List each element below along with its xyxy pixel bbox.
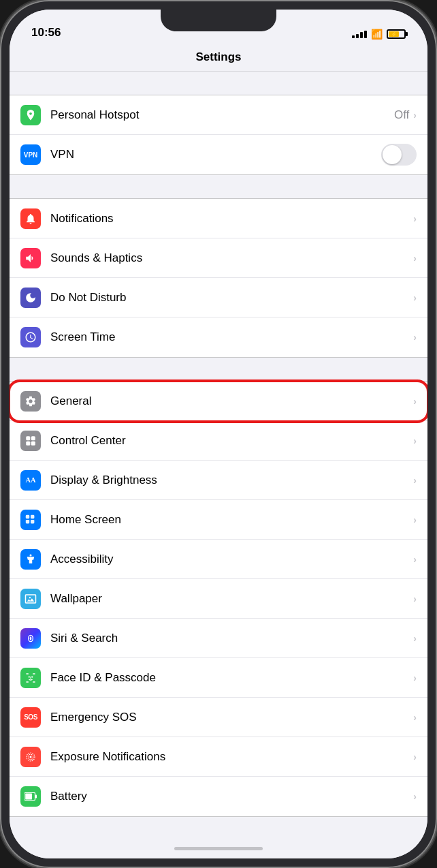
emergency-sos-icon: SOS [20, 707, 41, 728]
settings-row-screen-time[interactable]: Screen Time › [10, 317, 427, 357]
exposure-icon [20, 747, 41, 767]
siri-chevron: › [413, 633, 417, 644]
svg-point-20 [30, 756, 32, 758]
vpn-toggle-knob [383, 145, 402, 164]
emergency-sos-chevron: › [413, 712, 417, 723]
settings-row-do-not-disturb[interactable]: Do Not Disturb › [10, 278, 427, 317]
wallpaper-chevron: › [413, 593, 417, 604]
do-not-disturb-icon [20, 288, 41, 308]
general-label: General [50, 394, 413, 408]
settings-row-vpn[interactable]: VPN VPN [10, 135, 427, 174]
notch [161, 10, 276, 31]
control-center-icon [20, 431, 41, 451]
wallpaper-label: Wallpaper [50, 592, 413, 606]
home-screen-icon [20, 510, 41, 530]
battery-settings-icon [20, 786, 41, 807]
display-label: Display & Brightness [50, 474, 413, 487]
sounds-icon [20, 248, 41, 268]
settings-row-sounds[interactable]: Sounds & Haptics › [10, 238, 427, 278]
svg-rect-9 [31, 520, 34, 523]
settings-row-home-screen[interactable]: Home Screen › [10, 500, 427, 540]
notifications-label: Notifications [50, 212, 413, 226]
screen-time-chevron: › [413, 332, 417, 343]
battery-chevron: › [413, 791, 417, 802]
svg-rect-25 [25, 794, 32, 800]
bottom-padding [10, 817, 427, 831]
siri-label: Siri & Search [50, 632, 413, 645]
sounds-chevron: › [413, 253, 417, 264]
charging-icon: ⚡ [391, 31, 398, 37]
emergency-sos-label: Emergency SOS [50, 711, 413, 724]
settings-row-exposure[interactable]: Exposure Notifications › [10, 737, 427, 777]
siri-icon [20, 628, 41, 649]
control-center-chevron: › [413, 435, 417, 446]
personal-hotspot-chevron: › [413, 110, 417, 121]
settings-group-system1: Notifications › Sounds & Haptics › [10, 198, 427, 358]
settings-row-battery[interactable]: Battery › [10, 777, 427, 816]
settings-group-connectivity: Personal Hotspot Off › VPN VPN [10, 95, 427, 175]
status-icons: 📶 ⚡ [352, 29, 406, 40]
battery-label: Battery [50, 790, 413, 803]
accessibility-chevron: › [413, 554, 417, 565]
svg-point-10 [30, 554, 32, 556]
settings-row-emergency-sos[interactable]: SOS Emergency SOS › [10, 698, 427, 737]
settings-row-accessibility[interactable]: Accessibility › [10, 540, 427, 579]
do-not-disturb-label: Do Not Disturb [50, 291, 413, 305]
signal-icon [352, 31, 367, 38]
battery-icon: ⚡ [387, 29, 406, 39]
vpn-toggle[interactable] [381, 144, 417, 166]
section-gap-1 [10, 175, 427, 198]
accessibility-label: Accessibility [50, 553, 413, 566]
control-center-label: Control Center [50, 434, 413, 448]
wallpaper-icon [20, 589, 41, 609]
svg-rect-15 [26, 681, 29, 683]
settings-row-wallpaper[interactable]: Wallpaper › [10, 579, 427, 619]
settings-row-siri[interactable]: Siri & Search › [10, 619, 427, 658]
phone-screen: 10:56 📶 ⚡ Settings [10, 10, 427, 858]
home-screen-chevron: › [413, 514, 417, 525]
svg-point-12 [30, 636, 32, 640]
notifications-icon [20, 208, 41, 229]
do-not-disturb-chevron: › [413, 292, 417, 303]
svg-rect-6 [26, 514, 29, 518]
svg-point-18 [31, 676, 33, 677]
settings-group-system2: General › Control Ce [10, 381, 427, 817]
sos-icon-label: SOS [24, 713, 37, 721]
svg-point-17 [29, 676, 30, 677]
navigation-bar: Settings [10, 45, 427, 72]
home-screen-label: Home Screen [50, 513, 413, 527]
screen-time-icon [20, 327, 41, 347]
general-chevron: › [413, 396, 417, 407]
settings-row-notifications[interactable]: Notifications › [10, 199, 427, 238]
personal-hotspot-icon [20, 105, 41, 125]
settings-row-control-center[interactable]: Control Center › [10, 421, 427, 461]
settings-row-display[interactable]: AA Display & Brightness › [10, 461, 427, 500]
general-icon [20, 391, 41, 412]
svg-rect-14 [33, 673, 35, 675]
vpn-icon: VPN [20, 144, 41, 165]
face-id-icon [20, 668, 41, 688]
screen-time-label: Screen Time [50, 330, 413, 344]
svg-rect-4 [31, 441, 35, 445]
general-row-wrapper: General › [10, 382, 427, 421]
face-id-chevron: › [413, 672, 417, 683]
personal-hotspot-label: Personal Hotspot [50, 108, 394, 122]
home-bar [10, 838, 427, 858]
svg-rect-7 [31, 514, 34, 518]
accessibility-icon [20, 549, 41, 570]
svg-rect-16 [33, 681, 35, 683]
svg-text:AA: AA [26, 476, 37, 484]
svg-rect-1 [26, 436, 30, 440]
display-icon: AA [20, 470, 41, 491]
exposure-label: Exposure Notifications [50, 750, 413, 764]
settings-row-face-id[interactable]: Face ID & Passcode › [10, 658, 427, 698]
exposure-chevron: › [413, 751, 417, 762]
section-gap-2 [10, 358, 427, 381]
personal-hotspot-value: Off [394, 108, 409, 122]
settings-row-general[interactable]: General › [10, 382, 427, 421]
wifi-icon: 📶 [371, 29, 383, 40]
face-id-label: Face ID & Passcode [50, 671, 413, 685]
settings-row-personal-hotspot[interactable]: Personal Hotspot Off › [10, 95, 427, 135]
svg-rect-2 [31, 436, 35, 440]
settings-content[interactable]: Personal Hotspot Off › VPN VPN [10, 72, 427, 838]
